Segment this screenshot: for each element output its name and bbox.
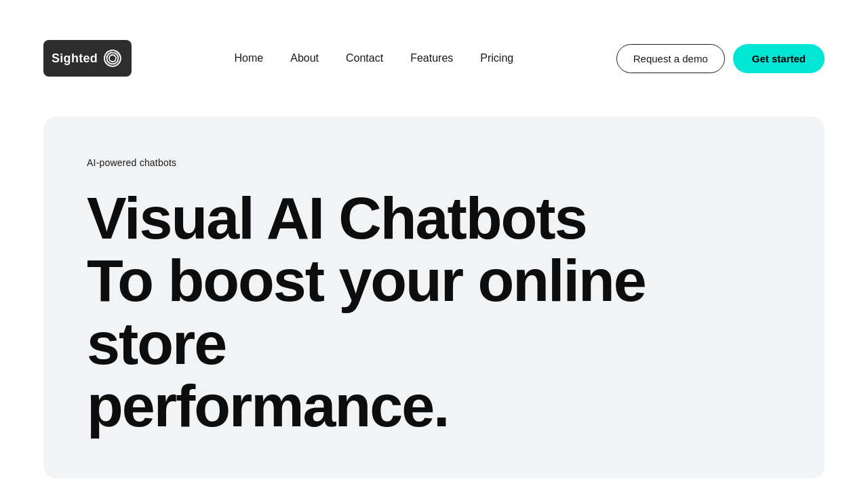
nav-link-home[interactable]: Home — [235, 52, 264, 64]
svg-point-2 — [109, 55, 116, 62]
nav-links: Home About Contact Features Pricing — [235, 52, 514, 64]
hero-section: AI-powered chatbots Visual AI Chatbots T… — [43, 117, 825, 479]
nav-item-contact[interactable]: Contact — [346, 52, 383, 64]
nav-actions: Request a demo Get started — [616, 44, 825, 73]
hero-heading-line2: To boost your online store — [87, 247, 646, 376]
logo[interactable]: Sighted — [43, 40, 132, 77]
nav-link-about[interactable]: About — [290, 52, 319, 64]
nav-item-about[interactable]: About — [290, 52, 319, 64]
hero-heading: Visual AI Chatbots To boost your online … — [87, 187, 781, 438]
nav-link-features[interactable]: Features — [410, 52, 453, 64]
get-started-button[interactable]: Get started — [733, 44, 825, 73]
logo-icon — [102, 47, 123, 69]
nav-item-features[interactable]: Features — [410, 52, 453, 64]
nav-link-pricing[interactable]: Pricing — [480, 52, 513, 64]
nav-item-pricing[interactable]: Pricing — [480, 52, 513, 64]
logo-text: Sighted — [52, 52, 98, 66]
nav-item-home[interactable]: Home — [235, 52, 264, 64]
hero-heading-line1: Visual AI Chatbots — [87, 184, 587, 251]
navbar: Sighted Home About Contact Features Pric… — [0, 0, 868, 117]
hero-subtitle: AI-powered chatbots — [87, 157, 781, 168]
hero-heading-line3: performance. — [87, 372, 449, 439]
request-demo-button[interactable]: Request a demo — [616, 44, 725, 73]
nav-link-contact[interactable]: Contact — [346, 52, 383, 64]
